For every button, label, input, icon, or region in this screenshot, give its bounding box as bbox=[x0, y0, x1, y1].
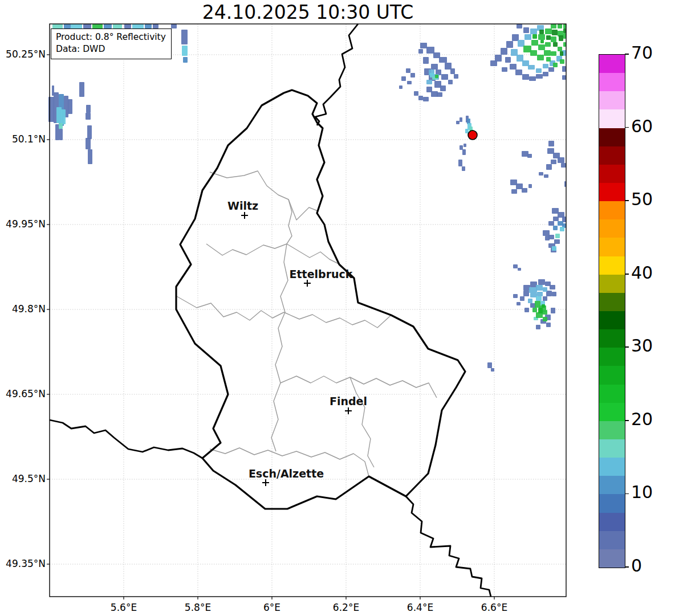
radar-echo-slate-blue bbox=[502, 67, 507, 72]
radar-echo-slate-blue bbox=[528, 184, 532, 188]
city-label: Findel bbox=[330, 395, 367, 407]
colorbar-color-block bbox=[599, 421, 625, 439]
colorbar-tick-mark bbox=[625, 346, 629, 348]
city-label: Esch/Alzette bbox=[249, 467, 324, 480]
colorbar bbox=[599, 54, 625, 568]
radar-echo-slate-blue bbox=[546, 164, 552, 170]
colorbar-color-block bbox=[599, 183, 625, 201]
radar-echo-slate-blue bbox=[536, 325, 540, 329]
radar-echo-slate-blue bbox=[553, 217, 559, 221]
x-tick-label: 6°E bbox=[246, 602, 298, 613]
radar-echo-slate-blue bbox=[524, 308, 529, 312]
radar-echo-slate-blue bbox=[426, 47, 434, 54]
radar-echo-green bbox=[545, 42, 551, 47]
radar-echo-slate-blue bbox=[536, 74, 543, 79]
radar-echo-slate-blue bbox=[513, 294, 518, 298]
y-tick-label: 50.1°N bbox=[0, 133, 46, 145]
radar-echo-dark-green bbox=[560, 51, 563, 56]
radar-echo-slate-blue bbox=[544, 174, 548, 178]
radar-echo-slate-blue bbox=[522, 74, 529, 80]
radar-echo-slate-blue bbox=[548, 221, 554, 226]
radar-echo-dark-green bbox=[552, 30, 558, 35]
radar-echo-slate-blue bbox=[59, 129, 63, 140]
radar-echo-slate-blue bbox=[517, 302, 521, 305]
radar-echo-cyan bbox=[56, 107, 62, 123]
radar-echo-slate-blue bbox=[460, 145, 463, 150]
radar-echo-slate-blue bbox=[517, 24, 522, 28]
radar-echo-slate-blue bbox=[548, 141, 554, 146]
colorbar-color-block bbox=[599, 201, 625, 219]
radar-echo-slate-blue bbox=[399, 85, 402, 89]
colorbar-tick-label: 10 bbox=[631, 482, 653, 502]
colorbar-color-block bbox=[599, 311, 625, 329]
luxembourg-border bbox=[176, 90, 465, 509]
radar-echo-slate-blue bbox=[523, 291, 529, 296]
radar-echo-slate-blue bbox=[543, 296, 547, 301]
y-tick-label: 49.95°N bbox=[0, 218, 46, 230]
radar-echo-slate-blue bbox=[562, 75, 566, 80]
radar-echo-teal bbox=[555, 234, 560, 238]
radar-echo-light-blue bbox=[536, 68, 542, 73]
radar-echo-slate-blue bbox=[460, 117, 462, 122]
radar-echo-green bbox=[563, 33, 566, 39]
radar-echo-slate-blue bbox=[448, 80, 453, 84]
radar-echo-slate-blue bbox=[462, 166, 465, 171]
radar-echo-slate-blue bbox=[543, 72, 548, 76]
radar-echo-green bbox=[538, 34, 545, 40]
colorbar-color-block bbox=[599, 128, 625, 146]
radar-echo-green bbox=[530, 50, 537, 56]
colorbar-color-block bbox=[599, 109, 625, 128]
radar-echo-green bbox=[546, 57, 551, 62]
radar-echo-slate-blue bbox=[548, 67, 554, 72]
colorbar-color-block bbox=[599, 165, 625, 183]
x-tick-label: 6.2°E bbox=[320, 602, 372, 613]
colorbar-tick-mark bbox=[625, 566, 629, 568]
radar-echo-slate-blue bbox=[511, 189, 517, 194]
colorbar-color-block bbox=[599, 458, 625, 476]
colorbar-color-block bbox=[599, 256, 625, 275]
colorbar-tick-label: 40 bbox=[631, 263, 653, 283]
colorbar-color-block bbox=[599, 219, 625, 238]
radar-echo-slate-blue bbox=[52, 85, 54, 96]
radar-echo-slate-blue bbox=[431, 64, 438, 70]
radar-echo-slate-blue bbox=[551, 308, 555, 313]
radar-echo-slate-blue bbox=[506, 41, 513, 48]
radar-echo-slate-blue bbox=[423, 97, 429, 101]
radar-echo-dark-green bbox=[559, 35, 563, 41]
radar-echo-slate-blue bbox=[86, 113, 91, 120]
radar-echo-dark-green bbox=[553, 42, 558, 47]
city-label: Wiltz bbox=[227, 199, 258, 212]
radar-echo-slate-blue bbox=[439, 57, 447, 63]
radar-echo-green bbox=[563, 24, 566, 28]
radar-echo-slate-blue bbox=[561, 163, 566, 168]
district-border bbox=[177, 296, 284, 320]
radar-echo-bright-green bbox=[540, 40, 544, 43]
neighbor-country-border bbox=[315, 24, 358, 125]
radar-echo-slate-blue bbox=[420, 43, 427, 48]
radar-echo-cyan bbox=[552, 246, 556, 251]
radar-echo-slate-blue bbox=[523, 27, 529, 33]
radar-echo-green bbox=[545, 28, 552, 34]
radar-echo-blue bbox=[104, 24, 112, 28]
radar-echo-slate-blue bbox=[55, 124, 59, 140]
radar-echo-slate-blue bbox=[441, 74, 448, 80]
district-border bbox=[284, 312, 391, 328]
colorbar-color-block bbox=[599, 494, 625, 512]
radar-echo-dark-green bbox=[546, 35, 551, 40]
radar-echo-slate-blue bbox=[414, 91, 418, 96]
radar-echo-bright-green bbox=[532, 34, 537, 39]
radar-echo-slate-blue bbox=[83, 24, 91, 28]
colorbar-color-block bbox=[599, 275, 625, 293]
colorbar-tick-mark bbox=[625, 274, 629, 275]
radar-echo-green bbox=[558, 24, 562, 28]
colorbar-color-block bbox=[599, 55, 625, 73]
station-dot bbox=[468, 130, 477, 140]
radar-echo-slate-blue bbox=[554, 239, 560, 244]
colorbar-tick-mark bbox=[625, 420, 629, 421]
radar-echo-blue bbox=[64, 24, 71, 28]
radar-echo-green bbox=[544, 50, 551, 56]
radar-echo-slate-blue bbox=[68, 99, 72, 114]
colorbar-color-block bbox=[599, 73, 625, 91]
radar-echo-slate-blue bbox=[86, 105, 91, 113]
radar-map-page: 24.10.2025 10:30 UTC Product: 0.8° Refle… bbox=[0, 0, 675, 616]
